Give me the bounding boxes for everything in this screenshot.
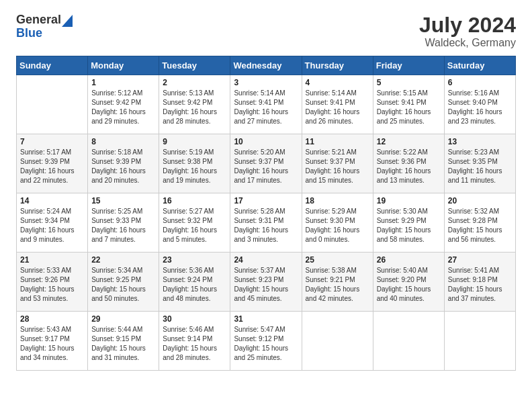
- day-info: Sunrise: 5:20 AM Sunset: 9:37 PM Dayligh…: [234, 148, 298, 185]
- day-info: Sunrise: 5:13 AM Sunset: 9:42 PM Dayligh…: [163, 89, 226, 126]
- calendar-cell: 5Sunrise: 5:15 AM Sunset: 9:41 PM Daylig…: [373, 75, 444, 134]
- day-info: Sunrise: 5:16 AM Sunset: 9:40 PM Dayligh…: [448, 89, 512, 126]
- day-number: 7: [20, 137, 84, 146]
- day-header-sunday: Sunday: [17, 56, 88, 75]
- calendar-cell: 23Sunrise: 5:36 AM Sunset: 9:24 PM Dayli…: [159, 253, 230, 312]
- day-info: Sunrise: 5:14 AM Sunset: 9:41 PM Dayligh…: [306, 89, 369, 126]
- day-header-wednesday: Wednesday: [230, 56, 302, 75]
- day-header-monday: Monday: [88, 56, 159, 75]
- day-info: Sunrise: 5:12 AM Sunset: 9:42 PM Dayligh…: [91, 89, 155, 126]
- calendar-cell: 26Sunrise: 5:40 AM Sunset: 9:20 PM Dayli…: [373, 253, 444, 312]
- day-info: Sunrise: 5:27 AM Sunset: 9:32 PM Dayligh…: [163, 207, 226, 244]
- calendar-cell: 18Sunrise: 5:29 AM Sunset: 9:30 PM Dayli…: [302, 193, 373, 253]
- day-info: Sunrise: 5:25 AM Sunset: 9:33 PM Dayligh…: [91, 207, 155, 244]
- calendar-cell: 19Sunrise: 5:30 AM Sunset: 9:29 PM Dayli…: [373, 193, 444, 253]
- calendar-week-row: 21Sunrise: 5:33 AM Sunset: 9:26 PM Dayli…: [17, 253, 516, 312]
- day-number: 19: [377, 196, 441, 205]
- calendar-week-row: 7Sunrise: 5:17 AM Sunset: 9:39 PM Daylig…: [17, 134, 516, 193]
- calendar-cell: 27Sunrise: 5:41 AM Sunset: 9:18 PM Dayli…: [444, 253, 515, 312]
- svg-marker-0: [62, 15, 73, 27]
- calendar-cell: 25Sunrise: 5:38 AM Sunset: 9:21 PM Dayli…: [302, 253, 373, 312]
- day-number: 23: [163, 255, 226, 265]
- day-number: 14: [20, 196, 84, 205]
- day-number: 13: [448, 137, 512, 146]
- day-header-friday: Friday: [373, 56, 444, 75]
- day-info: Sunrise: 5:30 AM Sunset: 9:29 PM Dayligh…: [377, 207, 441, 244]
- day-info: Sunrise: 5:24 AM Sunset: 9:34 PM Dayligh…: [20, 207, 84, 244]
- calendar-week-row: 1Sunrise: 5:12 AM Sunset: 9:42 PM Daylig…: [17, 75, 516, 134]
- calendar-cell: 11Sunrise: 5:21 AM Sunset: 9:37 PM Dayli…: [302, 134, 373, 193]
- day-info: Sunrise: 5:36 AM Sunset: 9:24 PM Dayligh…: [163, 266, 226, 304]
- calendar-cell: 30Sunrise: 5:46 AM Sunset: 9:14 PM Dayli…: [159, 312, 230, 371]
- calendar-cell: 9Sunrise: 5:19 AM Sunset: 9:38 PM Daylig…: [159, 134, 230, 193]
- calendar-cell: [444, 312, 515, 371]
- calendar-title: July 2024: [419, 13, 516, 37]
- logo-triangle-icon: [62, 15, 73, 27]
- day-number: 29: [91, 314, 155, 324]
- calendar-cell: [373, 312, 444, 371]
- day-number: 8: [91, 137, 155, 146]
- calendar-cell: [17, 75, 88, 134]
- day-number: 16: [163, 196, 226, 205]
- calendar-cell: 7Sunrise: 5:17 AM Sunset: 9:39 PM Daylig…: [17, 134, 88, 193]
- calendar-week-row: 28Sunrise: 5:43 AM Sunset: 9:17 PM Dayli…: [17, 312, 516, 371]
- day-info: Sunrise: 5:15 AM Sunset: 9:41 PM Dayligh…: [377, 89, 441, 126]
- calendar-cell: 4Sunrise: 5:14 AM Sunset: 9:41 PM Daylig…: [302, 75, 373, 134]
- day-number: 15: [91, 196, 155, 205]
- calendar-table: SundayMondayTuesdayWednesdayThursdayFrid…: [16, 56, 516, 371]
- day-info: Sunrise: 5:29 AM Sunset: 9:30 PM Dayligh…: [306, 207, 369, 244]
- calendar-cell: 29Sunrise: 5:44 AM Sunset: 9:15 PM Dayli…: [88, 312, 159, 371]
- calendar-cell: 14Sunrise: 5:24 AM Sunset: 9:34 PM Dayli…: [17, 193, 88, 253]
- day-info: Sunrise: 5:40 AM Sunset: 9:20 PM Dayligh…: [377, 266, 441, 304]
- calendar-header-row: SundayMondayTuesdayWednesdayThursdayFrid…: [17, 56, 516, 75]
- logo-general-text: General: [16, 13, 61, 27]
- calendar-cell: 20Sunrise: 5:32 AM Sunset: 9:28 PM Dayli…: [444, 193, 515, 253]
- calendar-cell: 31Sunrise: 5:47 AM Sunset: 9:12 PM Dayli…: [230, 312, 302, 371]
- day-number: 25: [306, 255, 369, 265]
- day-number: 2: [163, 78, 226, 87]
- day-number: 5: [377, 78, 441, 87]
- calendar-cell: 12Sunrise: 5:22 AM Sunset: 9:36 PM Dayli…: [373, 134, 444, 193]
- day-info: Sunrise: 5:23 AM Sunset: 9:35 PM Dayligh…: [448, 148, 512, 185]
- day-info: Sunrise: 5:14 AM Sunset: 9:41 PM Dayligh…: [234, 89, 298, 126]
- calendar-cell: 2Sunrise: 5:13 AM Sunset: 9:42 PM Daylig…: [159, 75, 230, 134]
- page: General Blue July 2024 Waldeck, Germany …: [0, 0, 532, 384]
- calendar-week-row: 14Sunrise: 5:24 AM Sunset: 9:34 PM Dayli…: [17, 193, 516, 253]
- day-number: 30: [163, 314, 226, 324]
- calendar-cell: 13Sunrise: 5:23 AM Sunset: 9:35 PM Dayli…: [444, 134, 515, 193]
- calendar-cell: 17Sunrise: 5:28 AM Sunset: 9:31 PM Dayli…: [230, 193, 302, 253]
- day-number: 3: [234, 78, 298, 87]
- calendar-cell: 24Sunrise: 5:37 AM Sunset: 9:23 PM Dayli…: [230, 253, 302, 312]
- calendar-cell: 3Sunrise: 5:14 AM Sunset: 9:41 PM Daylig…: [230, 75, 302, 134]
- day-number: 22: [91, 255, 155, 265]
- day-number: 24: [234, 255, 298, 265]
- day-info: Sunrise: 5:37 AM Sunset: 9:23 PM Dayligh…: [234, 266, 298, 304]
- day-info: Sunrise: 5:33 AM Sunset: 9:26 PM Dayligh…: [20, 266, 84, 304]
- day-number: 17: [234, 196, 298, 205]
- day-header-thursday: Thursday: [302, 56, 373, 75]
- day-info: Sunrise: 5:17 AM Sunset: 9:39 PM Dayligh…: [20, 148, 84, 185]
- logo: General Blue: [16, 13, 73, 40]
- title-block: July 2024 Waldeck, Germany: [419, 13, 516, 49]
- day-info: Sunrise: 5:21 AM Sunset: 9:37 PM Dayligh…: [306, 148, 369, 185]
- calendar-cell: 16Sunrise: 5:27 AM Sunset: 9:32 PM Dayli…: [159, 193, 230, 253]
- calendar-cell: 28Sunrise: 5:43 AM Sunset: 9:17 PM Dayli…: [17, 312, 88, 371]
- day-header-saturday: Saturday: [444, 56, 515, 75]
- calendar-cell: 8Sunrise: 5:18 AM Sunset: 9:39 PM Daylig…: [88, 134, 159, 193]
- logo-blue-text: Blue: [16, 26, 42, 40]
- day-number: 20: [448, 196, 512, 205]
- day-info: Sunrise: 5:34 AM Sunset: 9:25 PM Dayligh…: [91, 266, 155, 304]
- day-number: 9: [163, 137, 226, 146]
- day-number: 1: [91, 78, 155, 87]
- day-info: Sunrise: 5:18 AM Sunset: 9:39 PM Dayligh…: [91, 148, 155, 185]
- day-number: 27: [448, 255, 512, 265]
- calendar-subtitle: Waldeck, Germany: [419, 37, 516, 49]
- calendar-cell: 1Sunrise: 5:12 AM Sunset: 9:42 PM Daylig…: [88, 75, 159, 134]
- day-info: Sunrise: 5:41 AM Sunset: 9:18 PM Dayligh…: [448, 266, 512, 304]
- day-number: 6: [448, 78, 512, 87]
- day-info: Sunrise: 5:46 AM Sunset: 9:14 PM Dayligh…: [163, 325, 226, 363]
- day-number: 21: [20, 255, 84, 265]
- calendar-cell: [302, 312, 373, 371]
- day-info: Sunrise: 5:22 AM Sunset: 9:36 PM Dayligh…: [377, 148, 441, 185]
- day-info: Sunrise: 5:19 AM Sunset: 9:38 PM Dayligh…: [163, 148, 226, 185]
